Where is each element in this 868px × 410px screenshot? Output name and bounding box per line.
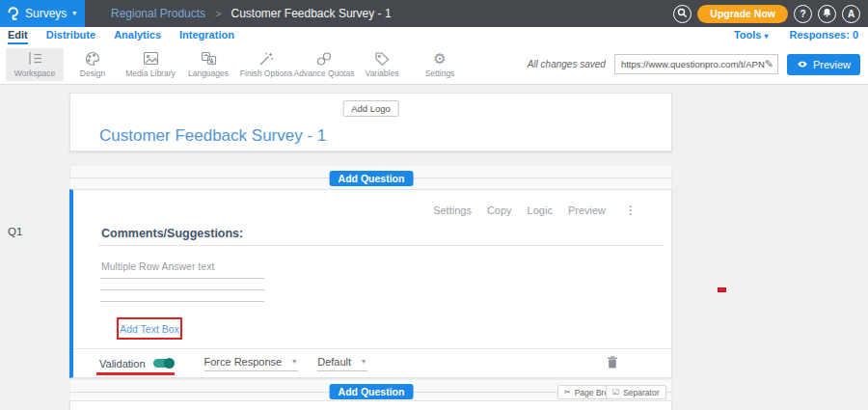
caret-down-icon: ▾	[362, 357, 366, 366]
preview-button[interactable]: Preview	[787, 54, 860, 75]
toolbar-item-design[interactable]: Design	[64, 48, 122, 81]
question-text[interactable]: Comments/Suggestions:	[101, 227, 243, 240]
tab-edit[interactable]: Edit	[8, 29, 28, 44]
question-card: Settings Copy Logic Preview ⋮ Comments/S…	[69, 189, 672, 378]
autosave-status: All changes saved	[528, 59, 606, 69]
eye-icon	[797, 59, 808, 70]
toolbar-item-variables[interactable]: Variables	[353, 48, 411, 81]
question-settings-link[interactable]: Settings	[433, 205, 472, 216]
question-logic-link[interactable]: Logic	[528, 205, 553, 216]
breadcrumb: Regional Products > Customer Feedback Su…	[111, 7, 392, 20]
annotation-underline	[96, 372, 175, 375]
add-logo-button[interactable]: Add Logo	[342, 100, 399, 117]
tab-distribute[interactable]: Distribute	[46, 29, 95, 42]
topbar: Surveys ▾ Regional Products > Customer F…	[0, 0, 868, 27]
toolbar-item-finish-options[interactable]: Finish Options	[237, 48, 295, 81]
toggle-knob	[164, 358, 175, 369]
add-question-button-top[interactable]: Add Question	[330, 171, 414, 186]
nav-right: Tools ▾ Responses: 0	[734, 29, 858, 41]
upgrade-now-button[interactable]: Upgrade Now	[697, 5, 788, 23]
answer-row-line[interactable]	[100, 301, 264, 302]
trash-icon	[607, 355, 618, 372]
tools-menu[interactable]: Tools ▾	[734, 29, 769, 41]
annotation-box: Add Text Box	[117, 317, 182, 340]
toolbar-item-label: Finish Options	[240, 68, 292, 78]
answer-row-line[interactable]	[100, 278, 264, 279]
more-options-icon[interactable]: ⋮	[625, 204, 637, 217]
separator-button[interactable]: ☑ Separator	[606, 385, 666, 399]
edit-url-icon[interactable]: ✎	[765, 58, 773, 70]
toolbar-right: All changes saved ✎ Preview	[528, 54, 868, 75]
answer-row-line[interactable]	[100, 289, 264, 290]
question-copy-link[interactable]: Copy	[487, 205, 512, 216]
links-icon	[316, 50, 332, 67]
force-response-dropdown[interactable]: Force Response ▾	[204, 356, 299, 371]
survey-nav: Edit Distribute Analytics Integration To…	[0, 27, 868, 44]
validation-label: Validation	[99, 358, 146, 369]
survey-url-box: ✎	[614, 54, 778, 74]
breadcrumb-folder[interactable]: Regional Products	[111, 7, 205, 20]
surveys-product-menu[interactable]: Surveys ▾	[0, 0, 85, 27]
question-number: Q1	[8, 226, 22, 237]
gear-icon: ⚙	[433, 50, 446, 67]
survey-url-input[interactable]	[621, 59, 765, 69]
annotation-mark	[718, 287, 726, 292]
tag-icon	[374, 50, 390, 67]
caret-down-icon: ▾	[292, 357, 296, 366]
validation-toggle[interactable]	[153, 359, 174, 368]
delete-question-button[interactable]	[607, 355, 618, 372]
page-break-icon: ✂	[564, 389, 571, 396]
avatar[interactable]: A	[842, 5, 860, 23]
caret-down-icon: ▾	[764, 32, 768, 41]
toolbar-item-media-library[interactable]: Media Library	[122, 48, 179, 81]
question-text-underline	[98, 245, 665, 246]
tab-analytics[interactable]: Analytics	[114, 29, 161, 42]
tab-integration[interactable]: Integration	[179, 29, 234, 42]
toolbar-item-label: Design	[80, 68, 105, 78]
product-name: Surveys	[25, 7, 67, 20]
translate-icon	[201, 50, 217, 67]
add-text-box-link[interactable]: Add Text Box	[120, 323, 179, 335]
workspace-icon	[27, 50, 43, 67]
toolbar-item-label: Variables	[366, 68, 399, 78]
question-preview-link[interactable]: Preview	[568, 205, 606, 216]
answer-placeholder[interactable]: Multiple Row Answer text	[101, 260, 214, 272]
caret-down-icon: ▾	[72, 10, 76, 17]
question-actions: Settings Copy Logic Preview ⋮	[433, 204, 637, 217]
edit-toolbar: Workspace Design Media Library Languages…	[0, 44, 868, 85]
image-icon	[143, 50, 159, 67]
wand-icon	[258, 50, 274, 67]
add-question-button-bottom[interactable]: Add Question	[330, 384, 414, 399]
survey-header-card: Add Logo Customer Feedback Survey - 1	[69, 93, 672, 151]
next-question-card	[69, 400, 672, 410]
toolbar-item-label: Advance Quotas	[294, 68, 355, 78]
separator-checkbox-icon: ☑	[612, 389, 619, 396]
toolbar-item-advance-quotas[interactable]: Advance Quotas	[295, 48, 353, 81]
search-icon	[677, 8, 688, 20]
breadcrumb-survey-name: Customer Feedback Survey - 1	[231, 7, 392, 20]
help-button[interactable]: ?	[794, 5, 812, 23]
notifications-button[interactable]	[818, 5, 836, 23]
survey-editor-canvas: Add Logo Customer Feedback Survey - 1 Ad…	[0, 85, 868, 410]
palette-icon	[85, 50, 100, 67]
breadcrumb-separator: >	[215, 8, 221, 19]
toolbar-item-settings[interactable]: ⚙ Settings	[411, 48, 469, 81]
toolbar-item-label: Languages	[188, 68, 229, 78]
search-button[interactable]	[673, 5, 692, 23]
toolbar-item-workspace[interactable]: Workspace	[6, 48, 64, 81]
toolbar-item-languages[interactable]: Languages	[179, 48, 237, 81]
toolbar-item-label: Settings	[425, 68, 455, 78]
toolbar-item-label: Workspace	[14, 68, 55, 78]
topbar-actions: Upgrade Now ? A	[673, 5, 868, 23]
toolbar-item-label: Media Library	[125, 68, 176, 78]
responses-count[interactable]: Responses: 0	[789, 29, 858, 41]
questionpro-logo-icon	[7, 7, 19, 21]
survey-title[interactable]: Customer Feedback Survey - 1	[99, 126, 326, 146]
default-dropdown[interactable]: Default ▾	[317, 356, 367, 371]
bell-icon	[822, 7, 832, 20]
